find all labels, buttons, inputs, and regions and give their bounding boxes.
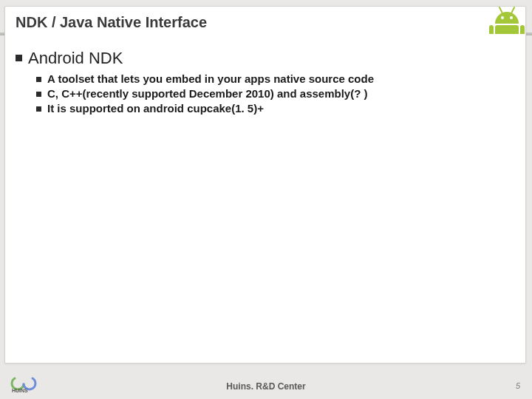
svg-point-6 — [510, 16, 513, 19]
bullet-list: A toolset that lets you embed in your ap… — [36, 72, 515, 115]
slide-content: Android NDK A toolset that lets you embe… — [5, 49, 525, 115]
page-number: 5 — [516, 381, 520, 390]
android-mascot-icon — [486, 1, 528, 34]
svg-rect-2 — [495, 25, 519, 34]
slide-card: NDK / Java Native Interface Android NDK … — [4, 6, 526, 364]
svg-rect-3 — [489, 25, 494, 34]
list-item: It is supported on android cupcake(1. 5)… — [36, 102, 515, 115]
list-item-text: A toolset that lets you embed in your ap… — [47, 72, 374, 85]
list-item-text: It is supported on android cupcake(1. 5)… — [47, 102, 264, 115]
square-bullet-icon — [36, 92, 41, 97]
square-bullet-icon — [36, 77, 41, 82]
list-item-text: C, C++(recently supported December 2010)… — [47, 87, 367, 100]
svg-line-0 — [499, 7, 502, 13]
slide-title: NDK / Java Native Interface — [5, 7, 525, 44]
footer-center-text: Huins. R&D Center — [0, 381, 532, 392]
svg-line-1 — [511, 7, 514, 13]
svg-rect-4 — [520, 25, 525, 34]
square-bullet-icon — [36, 106, 41, 112]
list-item: A toolset that lets you embed in your ap… — [36, 72, 515, 85]
svg-point-5 — [501, 16, 504, 19]
section-heading: Android NDK — [16, 49, 515, 68]
square-bullet-icon — [16, 55, 22, 61]
list-item: C, C++(recently supported December 2010)… — [36, 87, 515, 100]
section-heading-text: Android NDK — [28, 49, 123, 68]
